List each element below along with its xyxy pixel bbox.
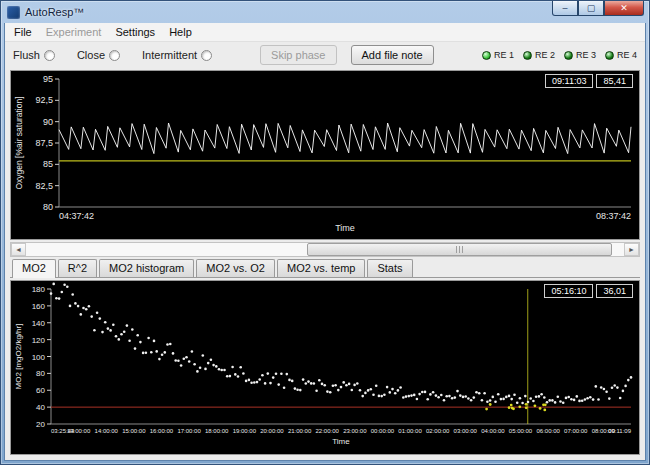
svg-text:85: 85 bbox=[43, 159, 53, 169]
svg-text:MO2 [mgO2/kg/hr]: MO2 [mgO2/kg/hr] bbox=[14, 324, 23, 390]
respirometer-led-group: RE 1RE 2RE 3RE 4 bbox=[482, 50, 637, 60]
svg-text:90: 90 bbox=[43, 117, 53, 127]
phase-radio-group: FlushCloseIntermittent bbox=[13, 49, 234, 61]
scrollbar-thumb[interactable] bbox=[307, 243, 612, 256]
menu-file[interactable]: File bbox=[7, 24, 39, 40]
radio-flush[interactable]: Flush bbox=[13, 49, 55, 61]
radio-intermittent[interactable]: Intermittent bbox=[142, 49, 212, 61]
svg-text:05:00:00: 05:00:00 bbox=[509, 428, 533, 434]
svg-text:16:00:00: 16:00:00 bbox=[150, 428, 174, 434]
led-label: RE 1 bbox=[494, 50, 514, 60]
skip-phase-button[interactable]: Skip phase bbox=[260, 45, 336, 65]
svg-text:01:00:00: 01:00:00 bbox=[398, 428, 422, 434]
tab-r-2[interactable]: R^2 bbox=[58, 259, 97, 277]
svg-text:19:00:00: 19:00:00 bbox=[233, 428, 257, 434]
svg-text:Time: Time bbox=[335, 223, 355, 233]
tab-mo2[interactable]: MO2 bbox=[12, 259, 56, 278]
tab-stats[interactable]: Stats bbox=[367, 259, 412, 277]
led-indicator-icon bbox=[482, 51, 491, 60]
client-area: FileExperimentSettingsHelp FlushCloseInt… bbox=[4, 23, 646, 461]
svg-text:Oxygen [%air saturation]: Oxygen [%air saturation] bbox=[14, 96, 24, 189]
svg-text:60: 60 bbox=[36, 386, 45, 395]
mo2-cursor-time: 05:16:10 bbox=[544, 284, 593, 298]
window-title: AutoResp™ bbox=[25, 6, 84, 18]
led-label: RE 3 bbox=[576, 50, 596, 60]
tab-mo2-vs-o2[interactable]: MO2 vs. O2 bbox=[196, 259, 275, 277]
led-label: RE 4 bbox=[617, 50, 637, 60]
mo2-cursor-value: 36,01 bbox=[596, 284, 633, 298]
radio-circle-icon[interactable] bbox=[44, 50, 55, 61]
radio-circle-icon[interactable] bbox=[109, 50, 120, 61]
title-bar[interactable]: AutoResp™ – ▢ ✕ bbox=[1, 1, 649, 23]
led-re-4: RE 4 bbox=[605, 50, 637, 60]
svg-text:15:00:00: 15:00:00 bbox=[122, 428, 146, 434]
scroll-left-button[interactable]: ◄ bbox=[11, 243, 26, 256]
svg-text:04:37:42: 04:37:42 bbox=[59, 211, 94, 221]
window-controls: – ▢ ✕ bbox=[552, 1, 644, 16]
led-indicator-icon bbox=[564, 51, 573, 60]
oxygen-cursor-readout: 09:11:03 85,41 bbox=[545, 74, 633, 88]
radio-circle-icon[interactable] bbox=[201, 50, 212, 61]
led-indicator-icon bbox=[605, 51, 614, 60]
svg-text:20: 20 bbox=[36, 420, 45, 429]
svg-text:180: 180 bbox=[32, 285, 46, 294]
close-button[interactable]: ✕ bbox=[604, 1, 644, 16]
svg-text:17:00:00: 17:00:00 bbox=[177, 428, 201, 434]
svg-text:92,5: 92,5 bbox=[35, 95, 53, 105]
led-indicator-icon bbox=[523, 51, 532, 60]
oxygen-chart[interactable]: 9592,59087,58582,58004:37:4208:37:42Time… bbox=[10, 70, 640, 240]
svg-text:00:00:00: 00:00:00 bbox=[371, 428, 395, 434]
tab-mo2-histogram[interactable]: MO2 histogram bbox=[99, 259, 194, 277]
svg-text:07:00:00: 07:00:00 bbox=[564, 428, 588, 434]
app-window: AutoResp™ – ▢ ✕ FileExperimentSettingsHe… bbox=[0, 0, 650, 465]
svg-text:100: 100 bbox=[32, 353, 46, 362]
led-re-3: RE 3 bbox=[564, 50, 596, 60]
menu-settings[interactable]: Settings bbox=[108, 24, 162, 40]
mo2-cursor-readout: 05:16:10 36,01 bbox=[544, 284, 633, 298]
radio-close[interactable]: Close bbox=[77, 49, 120, 61]
svg-text:95: 95 bbox=[43, 74, 53, 84]
oxygen-cursor-time: 09:11:03 bbox=[545, 74, 593, 88]
app-icon bbox=[7, 6, 20, 19]
svg-text:80: 80 bbox=[36, 369, 45, 378]
menu-bar: FileExperimentSettingsHelp bbox=[5, 23, 645, 42]
mo2-chart[interactable]: 1801601401201008060402003:25:4413:00:001… bbox=[10, 280, 640, 455]
svg-text:08:37:42: 08:37:42 bbox=[596, 211, 631, 221]
svg-text:09:11:09: 09:11:09 bbox=[608, 428, 632, 434]
svg-text:87,5: 87,5 bbox=[35, 138, 53, 148]
svg-text:18:00:00: 18:00:00 bbox=[205, 428, 229, 434]
svg-text:21:00:00: 21:00:00 bbox=[288, 428, 312, 434]
scrollbar-grip-icon bbox=[456, 246, 464, 253]
led-re-2: RE 2 bbox=[523, 50, 555, 60]
add-file-note-button[interactable]: Add file note bbox=[351, 45, 434, 65]
scroll-right-button[interactable]: ► bbox=[624, 243, 639, 256]
toolbar: FlushCloseIntermittent Skip phase Add fi… bbox=[5, 42, 645, 68]
led-label: RE 2 bbox=[535, 50, 555, 60]
svg-text:23:00:00: 23:00:00 bbox=[343, 428, 367, 434]
horizontal-scrollbar[interactable]: ◄ ► bbox=[10, 242, 640, 257]
mo2-plot: 1801601401201008060402003:25:4413:00:001… bbox=[11, 281, 639, 454]
svg-text:06:00:00: 06:00:00 bbox=[536, 428, 560, 434]
svg-text:140: 140 bbox=[32, 319, 46, 328]
chart-tabs: MO2R^2MO2 histogramMO2 vs. O2MO2 vs. tem… bbox=[10, 258, 640, 278]
svg-text:13:00:00: 13:00:00 bbox=[67, 428, 91, 434]
svg-text:Time: Time bbox=[332, 437, 350, 446]
maximize-button[interactable]: ▢ bbox=[578, 1, 604, 16]
oxygen-cursor-value: 85,41 bbox=[596, 74, 633, 88]
svg-text:120: 120 bbox=[32, 336, 46, 345]
svg-text:160: 160 bbox=[32, 302, 46, 311]
radio-label: Close bbox=[77, 49, 105, 61]
minimize-button[interactable]: – bbox=[552, 1, 578, 16]
svg-text:82,5: 82,5 bbox=[35, 181, 53, 191]
svg-text:04:00:00: 04:00:00 bbox=[481, 428, 505, 434]
svg-text:22:00:00: 22:00:00 bbox=[316, 428, 340, 434]
oxygen-plot: 9592,59087,58582,58004:37:4208:37:42Time… bbox=[11, 71, 639, 239]
svg-text:40: 40 bbox=[36, 403, 45, 412]
led-re-1: RE 1 bbox=[482, 50, 514, 60]
menu-experiment[interactable]: Experiment bbox=[39, 24, 109, 40]
tab-mo2-vs-temp[interactable]: MO2 vs. temp bbox=[277, 259, 365, 277]
menu-help[interactable]: Help bbox=[162, 24, 199, 40]
radio-label: Intermittent bbox=[142, 49, 197, 61]
scrollbar-track[interactable] bbox=[26, 243, 624, 256]
svg-text:03:00:00: 03:00:00 bbox=[454, 428, 478, 434]
